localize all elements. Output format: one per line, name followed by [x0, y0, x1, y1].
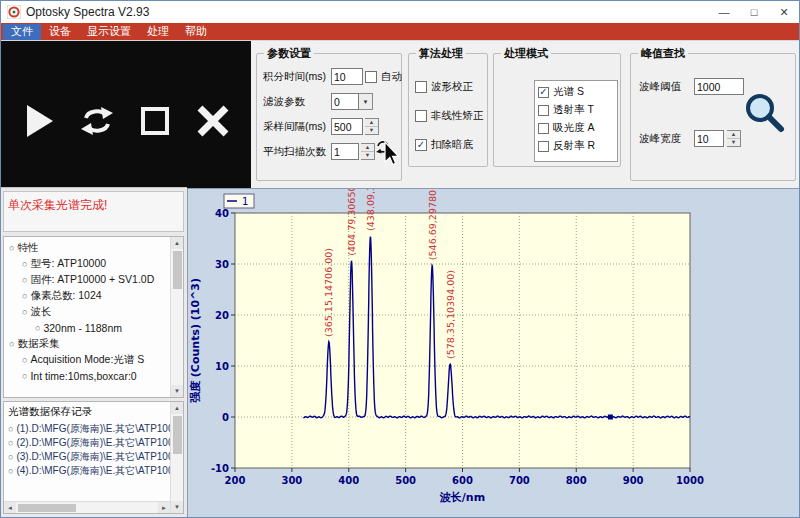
spinner-down-icon[interactable]: ▼	[361, 152, 374, 159]
auto-checkbox[interactable]	[365, 71, 377, 83]
average-scans-input[interactable]	[331, 143, 359, 160]
peak-label: (404.79,30650.00)	[346, 189, 357, 256]
record-item[interactable]: ○(1).D:\MFG(原海南)\E.其它\ATP1000\350	[6, 422, 170, 436]
records-hscrollbar[interactable]: ◄ ►	[4, 501, 170, 513]
spinner-up-icon[interactable]: ▲	[361, 144, 374, 152]
peak-width-spinner[interactable]: ▲▼	[727, 130, 741, 147]
record-item[interactable]: ○(3).D:\MFG(原海南)\E.其它\ATP1000\350	[6, 450, 170, 464]
minimize-button[interactable]: —	[709, 1, 739, 23]
tree-node-icon: ○	[9, 244, 14, 253]
mode-groupbox: 处理模式 ✓光谱 S透射率 T吸光度 A反射率 R	[493, 53, 621, 167]
scroll-up-icon[interactable]: ▲	[171, 237, 184, 249]
algorithm-option[interactable]: 波形校正	[415, 80, 482, 94]
menu-item[interactable]: 显示设置	[79, 24, 139, 40]
record-item[interactable]: ○(4).D:\MFG(原海南)\E.其它\ATP1000\350	[6, 464, 170, 478]
scroll-down-icon[interactable]: ▼	[171, 385, 184, 397]
filter-param-select[interactable]: ▼	[331, 93, 373, 110]
play-icon	[17, 99, 61, 143]
scroll-thumb[interactable]	[18, 504, 76, 512]
average-scans-label: 平均扫描次数	[263, 145, 329, 159]
maximize-button[interactable]: □	[739, 1, 769, 23]
checkbox[interactable]	[538, 123, 549, 134]
peak-width-row: 波峰宽度 ▲▼	[639, 130, 741, 147]
scroll-thumb[interactable]	[173, 251, 182, 289]
window-title: Optosky Spectra V2.93	[26, 5, 149, 19]
menu-item[interactable]: 处理	[139, 24, 177, 40]
mode-option[interactable]: 吸光度 A	[538, 121, 614, 135]
checkbox-label: 光谱 S	[553, 85, 584, 99]
sample-interval-label: 采样间隔(ms)	[263, 120, 329, 134]
tree-node[interactable]: ○型号: ATP10000	[5, 256, 170, 272]
y-tick-label: 20	[215, 310, 229, 321]
params-title: 参数设置	[264, 46, 314, 61]
checkbox[interactable]	[538, 105, 549, 116]
checkbox[interactable]	[415, 110, 427, 122]
x-tick-label: 300	[281, 475, 302, 486]
tree-node[interactable]: ○Int time:10ms,boxcar:0	[5, 368, 170, 384]
y-tick-label: 10	[215, 361, 229, 372]
window-controls: — □ ✕	[709, 1, 799, 23]
filter-param-row: 滤波参数 ▼	[263, 93, 397, 110]
checkbox-label: 扣除暗底	[431, 138, 473, 152]
record-icon: ○	[8, 425, 13, 434]
tree-node[interactable]: ○波长	[5, 304, 170, 320]
peak-label: (578.35,10394.00)	[445, 270, 456, 359]
record-icon: ○	[8, 467, 13, 476]
dropdown-arrow-icon[interactable]: ▼	[359, 93, 373, 110]
algorithm-options: 波形校正非线性矫正✓扣除暗底	[409, 54, 487, 152]
spectrum-chart[interactable]: 2003004005006007008009001000-10010203040…	[187, 188, 800, 518]
tree-node-label: Acquisition Mode:光谱 S	[30, 353, 144, 367]
sample-interval-input[interactable]	[331, 118, 363, 135]
scroll-left-icon[interactable]: ◄	[4, 502, 16, 514]
filter-param-label: 滤波参数	[263, 95, 329, 109]
app-icon	[7, 5, 21, 19]
menu-item[interactable]: 设备	[41, 24, 79, 40]
mode-option[interactable]: 透射率 T	[538, 103, 614, 117]
tree-node[interactable]: ○固件: ATP10000 + SV1.0D	[5, 272, 170, 288]
checkbox-label: 吸光度 A	[553, 121, 594, 135]
integration-time-input[interactable]	[331, 68, 363, 85]
algorithm-option[interactable]: 非线性矫正	[415, 109, 482, 123]
checkbox[interactable]: ✓	[538, 87, 549, 98]
tree-node[interactable]: ○Acquisition Mode:光谱 S	[5, 352, 170, 368]
scroll-thumb[interactable]	[173, 416, 182, 454]
legend-label: 1	[242, 196, 248, 207]
menu-item[interactable]: 帮助	[177, 24, 215, 40]
peak-search-button[interactable]	[743, 92, 787, 136]
scroll-right-icon[interactable]: ►	[158, 502, 170, 514]
algorithm-option[interactable]: ✓扣除暗底	[415, 138, 482, 152]
tree-scrollbar[interactable]: ▲ ▼	[170, 237, 183, 397]
filter-param-value[interactable]	[331, 93, 359, 110]
spinner-up-icon[interactable]: ▲	[365, 119, 378, 127]
record-item[interactable]: ○(2).D:\MFG(原海南)\E.其它\ATP1000\350	[6, 436, 170, 450]
tree-node[interactable]: ○数据采集	[5, 336, 170, 352]
tree-node-icon: ○	[22, 276, 27, 285]
scroll-up-icon[interactable]: ▲	[171, 402, 184, 414]
mode-option[interactable]: 反射率 R	[538, 139, 614, 153]
tree-node[interactable]: ○320nm - 1188nm	[5, 320, 170, 336]
mode-option[interactable]: ✓光谱 S	[538, 85, 614, 99]
checkbox[interactable]: ✓	[415, 139, 427, 151]
stop-button[interactable]	[133, 99, 177, 143]
stop-icon	[133, 99, 177, 143]
spinner-up-icon[interactable]: ▲	[727, 131, 740, 139]
menu-item[interactable]: 文件	[3, 24, 41, 40]
tree-node-icon: ○	[9, 340, 14, 349]
close-button[interactable]	[191, 99, 235, 143]
close-button[interactable]: ✕	[769, 1, 799, 23]
checkbox[interactable]	[538, 141, 549, 152]
checkbox[interactable]	[415, 81, 427, 93]
sample-interval-spinner[interactable]: ▲▼	[365, 118, 379, 135]
peak-width-input[interactable]	[694, 130, 724, 147]
tree-node[interactable]: ○特性	[5, 240, 170, 256]
average-scans-spinner[interactable]: ▲▼	[361, 143, 375, 160]
integration-time-row: 积分时间(ms) 自动	[263, 68, 397, 85]
scroll-down-icon[interactable]: ▼	[171, 501, 184, 513]
loop-button[interactable]	[75, 99, 119, 143]
records-vscrollbar[interactable]: ▲ ▼	[170, 402, 183, 513]
play-button[interactable]	[17, 99, 61, 143]
peak-threshold-input[interactable]	[694, 78, 744, 95]
tree-node[interactable]: ○像素总数: 1024	[5, 288, 170, 304]
spinner-down-icon[interactable]: ▼	[727, 139, 740, 146]
spinner-down-icon[interactable]: ▼	[365, 127, 378, 134]
